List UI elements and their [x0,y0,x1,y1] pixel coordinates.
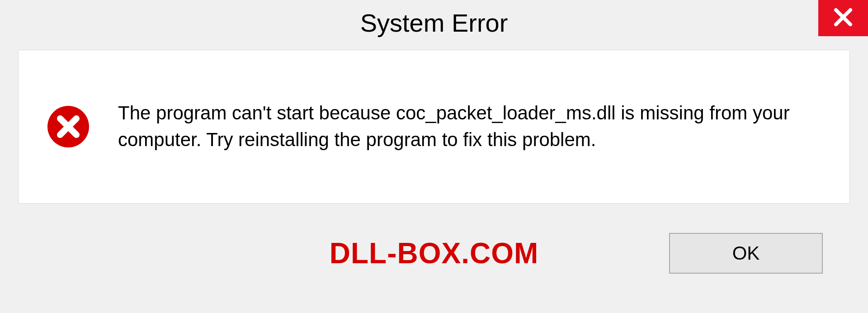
watermark-text: DLL-BOX.COM [330,237,539,270]
close-button[interactable] [818,0,868,36]
titlebar: System Error [0,0,868,45]
window-title: System Error [360,8,508,38]
error-icon [46,104,91,149]
ok-button[interactable]: OK [669,233,823,274]
dialog-content: The program can't start because coc_pack… [18,50,850,204]
close-icon [832,6,854,30]
error-message: The program can't start because coc_pack… [118,100,822,153]
dialog-footer: DLL-BOX.COM OK [18,204,850,303]
